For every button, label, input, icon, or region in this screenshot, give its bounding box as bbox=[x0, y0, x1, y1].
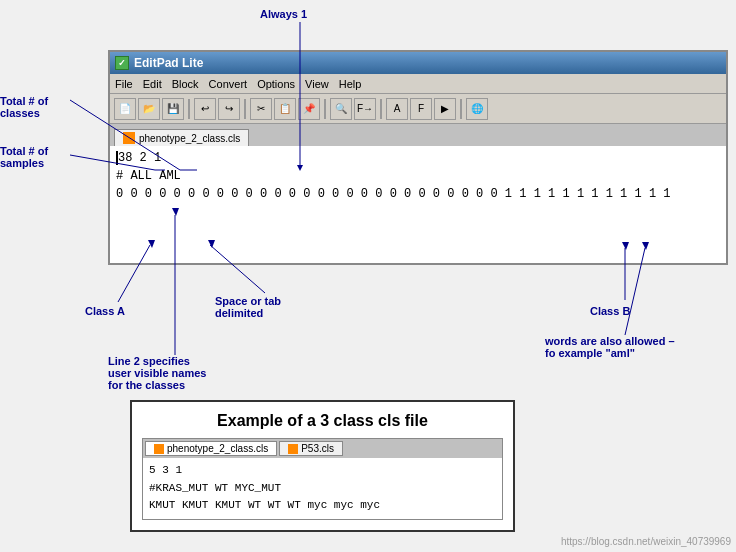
example-tab-icon1 bbox=[154, 444, 164, 454]
class-b-label: Class B bbox=[590, 305, 630, 317]
line1-text: 38 2 1 bbox=[118, 149, 161, 167]
menu-block[interactable]: Block bbox=[172, 78, 199, 90]
menu-edit[interactable]: Edit bbox=[143, 78, 162, 90]
total-classes-label: Total # ofclasses bbox=[0, 95, 70, 119]
toolbar-spell[interactable]: A bbox=[386, 98, 408, 120]
toolbar-cut[interactable]: ✂ bbox=[250, 98, 272, 120]
example-tab-icon2 bbox=[288, 444, 298, 454]
toolbar-find[interactable]: 🔍 bbox=[330, 98, 352, 120]
toolbar-paste[interactable]: 📌 bbox=[298, 98, 320, 120]
editpad-tab-bar: phenotype_2_class.cls bbox=[110, 124, 726, 146]
editpad-menubar[interactable]: File Edit Block Convert Options View Hel… bbox=[110, 74, 726, 94]
class-a-label: Class A bbox=[85, 305, 125, 317]
toolbar-format[interactable]: F bbox=[410, 98, 432, 120]
tab-icon bbox=[123, 132, 135, 144]
editpad-title: EditPad Lite bbox=[134, 56, 203, 70]
toolbar-open[interactable]: 📂 bbox=[138, 98, 160, 120]
content-line-3: 0 0 0 0 0 0 0 0 0 0 0 0 0 0 0 0 0 0 0 0 … bbox=[116, 185, 720, 203]
line2-text: # ALL AML bbox=[116, 167, 181, 185]
menu-help[interactable]: Help bbox=[339, 78, 362, 90]
toolbar-sep4 bbox=[380, 99, 382, 119]
toolbar-save[interactable]: 💾 bbox=[162, 98, 184, 120]
example-tab2-label: P53.cls bbox=[301, 443, 334, 454]
menu-view[interactable]: View bbox=[305, 78, 329, 90]
editpad-tab-phenotype[interactable]: phenotype_2_class.cls bbox=[114, 129, 249, 146]
toolbar-copy[interactable]: 📋 bbox=[274, 98, 296, 120]
example-editor: phenotype_2_class.cls P53.cls 5 3 1 #KRA… bbox=[142, 438, 503, 520]
editpad-window: ✓ EditPad Lite File Edit Block Convert O… bbox=[108, 50, 728, 265]
example-box: Example of a 3 class cls file phenotype_… bbox=[130, 400, 515, 532]
editpad-titlebar: ✓ EditPad Lite bbox=[110, 52, 726, 74]
example-tab-p53[interactable]: P53.cls bbox=[279, 441, 343, 456]
line3-text: 0 0 0 0 0 0 0 0 0 0 0 0 0 0 0 0 0 0 0 0 … bbox=[116, 185, 671, 203]
toolbar-browser[interactable]: 🌐 bbox=[466, 98, 488, 120]
menu-options[interactable]: Options bbox=[257, 78, 295, 90]
toolbar-redo[interactable]: ↪ bbox=[218, 98, 240, 120]
tab-label: phenotype_2_class.cls bbox=[139, 133, 240, 144]
editpad-content[interactable]: 38 2 1 # ALL AML 0 0 0 0 0 0 0 0 0 0 0 0… bbox=[110, 146, 726, 263]
example-title: Example of a 3 class cls file bbox=[142, 412, 503, 430]
content-line-2: # ALL AML bbox=[116, 167, 720, 185]
toolbar-replace[interactable]: F→ bbox=[354, 98, 376, 120]
toolbar-sep2 bbox=[244, 99, 246, 119]
editpad-toolbar: 📄 📂 💾 ↩ ↪ ✂ 📋 📌 🔍 F→ A F ▶ 🌐 bbox=[110, 94, 726, 124]
total-samples-label: Total # ofsamples bbox=[0, 145, 70, 169]
menu-file[interactable]: File bbox=[115, 78, 133, 90]
example-content[interactable]: 5 3 1 #KRAS_MUT WT MYC_MUT KMUT KMUT KMU… bbox=[143, 458, 502, 519]
example-line3: KMUT KMUT KMUT WT WT WT myc myc myc bbox=[149, 497, 496, 515]
toolbar-macro[interactable]: ▶ bbox=[434, 98, 456, 120]
toolbar-sep5 bbox=[460, 99, 462, 119]
words-allowed-label: words are also allowed –fo example "aml" bbox=[545, 335, 675, 359]
example-tab-bar: phenotype_2_class.cls P53.cls bbox=[143, 439, 502, 458]
space-tab-label: Space or tabdelimited bbox=[215, 295, 281, 319]
example-tab1-label: phenotype_2_class.cls bbox=[167, 443, 268, 454]
toolbar-sep3 bbox=[324, 99, 326, 119]
example-tab-phenotype[interactable]: phenotype_2_class.cls bbox=[145, 441, 277, 456]
watermark: https://blog.csdn.net/weixin_40739969 bbox=[561, 536, 731, 547]
always1-label: Always 1 bbox=[260, 8, 307, 20]
editpad-icon: ✓ bbox=[115, 56, 129, 70]
toolbar-new[interactable]: 📄 bbox=[114, 98, 136, 120]
line2-specifies-label: Line 2 specifiesuser visible namesfor th… bbox=[108, 355, 206, 391]
content-line-1: 38 2 1 bbox=[116, 149, 720, 167]
example-line2: #KRAS_MUT WT MYC_MUT bbox=[149, 480, 496, 498]
example-line1: 5 3 1 bbox=[149, 462, 496, 480]
toolbar-undo[interactable]: ↩ bbox=[194, 98, 216, 120]
menu-convert[interactable]: Convert bbox=[209, 78, 248, 90]
toolbar-sep1 bbox=[188, 99, 190, 119]
